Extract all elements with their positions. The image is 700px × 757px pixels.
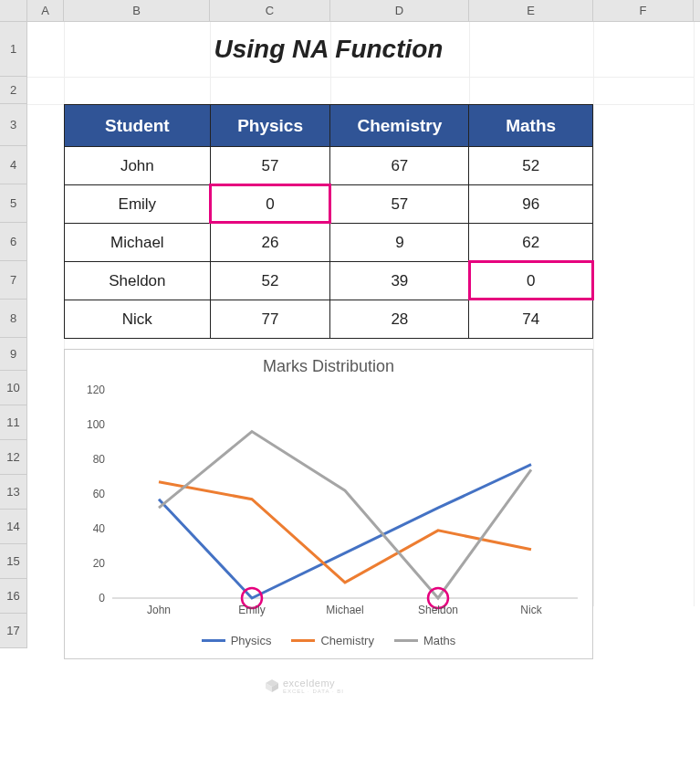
xtick: Emily [238,604,265,616]
legend-line-icon [202,639,225,642]
ytick: 0 [99,592,105,605]
chart-svg [112,390,578,598]
legend-label: Maths [423,634,455,647]
spreadsheet-area: A B C D E F 1 2 3 4 5 6 7 8 9 10 11 12 1… [0,0,700,22]
cell-student[interactable]: Emily [65,185,211,224]
ytick: 40 [93,522,105,535]
th-chemistry[interactable]: Chemistry [330,105,469,147]
table-row[interactable]: Michael 26 9 62 [65,224,593,262]
legend-maths[interactable]: Maths [394,634,455,647]
cell-maths[interactable]: 52 [469,147,593,185]
row-header-14[interactable]: 14 [0,510,27,544]
cell-maths[interactable]: 74 [469,300,593,339]
row-header-1[interactable]: 1 [0,22,27,77]
th-student[interactable]: Student [65,105,211,147]
cell-chemistry[interactable]: 28 [330,300,469,339]
th-physics[interactable]: Physics [210,105,330,147]
table-row[interactable]: Nick 77 28 74 [65,300,593,339]
row-header-9[interactable]: 9 [0,338,27,371]
cell-physics[interactable]: 0 [210,185,330,224]
xtick: John [147,604,171,616]
legend-chemistry[interactable]: Chemistry [291,634,374,647]
ytick: 120 [87,384,105,396]
legend-label: Chemistry [320,634,374,647]
row-header-16[interactable]: 16 [0,579,27,614]
legend-physics[interactable]: Physics [202,634,272,647]
cell-physics[interactable]: 26 [210,224,330,262]
col-header-B[interactable]: B [64,0,210,21]
row-header-6[interactable]: 6 [0,223,27,261]
cell-maths[interactable]: 96 [469,185,593,224]
xtick: Sheldon [418,604,458,616]
row-header-11[interactable]: 11 [0,405,27,440]
row-header-4[interactable]: 4 [0,146,27,184]
row-header-5[interactable]: 5 [0,184,27,223]
cube-icon [265,678,279,693]
series-maths[interactable] [159,432,531,598]
row-header-2[interactable]: 2 [0,77,27,104]
row-header-17[interactable]: 17 [0,614,27,648]
cell-student[interactable]: Sheldon [65,262,211,300]
col-header-F[interactable]: F [593,0,694,21]
plot-area: 0 20 40 60 80 100 120 [112,390,578,598]
ytick: 60 [93,488,105,500]
cell-maths[interactable]: 0 [469,262,593,300]
watermark: exceldemy EXCEL · DATA · BI [265,678,344,694]
row-header-10[interactable]: 10 [0,371,27,405]
cell-chemistry[interactable]: 67 [330,147,469,185]
select-all-corner[interactable] [0,0,27,21]
marks-table[interactable]: Student Physics Chemistry Maths John 57 … [64,104,593,339]
cell-student[interactable]: John [65,147,211,185]
table-row[interactable]: Sheldon 52 39 0 [65,262,593,300]
th-maths[interactable]: Maths [469,105,593,147]
cell-physics[interactable]: 77 [210,300,330,339]
col-header-D[interactable]: D [330,0,469,21]
cell-student[interactable]: Nick [65,300,211,339]
series-chemistry[interactable] [159,482,531,583]
column-headers: A B C D E F [0,0,700,22]
cell-chemistry[interactable]: 57 [330,185,469,224]
legend-line-icon [291,639,315,642]
row-headers: 1 2 3 4 5 6 7 8 9 10 11 12 13 14 15 16 1… [0,22,27,648]
table-row[interactable]: Emily 0 57 96 [65,185,593,224]
cell-chemistry[interactable]: 39 [330,262,469,300]
cell-physics[interactable]: 57 [210,147,330,185]
ytick: 20 [93,557,105,570]
legend-line-icon [394,639,418,642]
row-header-13[interactable]: 13 [0,475,27,510]
legend-label: Physics [231,634,272,647]
row-header-7[interactable]: 7 [0,261,27,300]
ytick: 100 [87,418,105,431]
cell-physics[interactable]: 52 [210,262,330,300]
ytick: 80 [93,453,105,466]
row-header-12[interactable]: 12 [0,440,27,475]
col-header-C[interactable]: C [210,0,330,21]
row-header-8[interactable]: 8 [0,300,27,338]
row-header-3[interactable]: 3 [0,104,27,146]
cell-maths[interactable]: 62 [469,224,593,262]
marks-chart[interactable]: Marks Distribution 0 20 40 60 80 100 120 [64,349,593,659]
col-header-E[interactable]: E [469,0,593,21]
page-title: Using NA Function [64,22,593,77]
cell-student[interactable]: Michael [65,224,211,262]
col-header-A[interactable]: A [27,0,64,21]
watermark-brand: exceldemy [283,678,335,689]
table-row[interactable]: John 57 67 52 [65,147,593,185]
row-header-15[interactable]: 15 [0,544,27,579]
chart-legend: Physics Chemistry Maths [65,630,592,653]
watermark-tagline: EXCEL · DATA · BI [283,689,344,694]
chart-title: Marks Distribution [65,350,592,380]
xtick: Michael [326,604,363,616]
xtick: Nick [520,604,541,616]
cell-chemistry[interactable]: 9 [330,224,469,262]
series-physics[interactable] [159,465,531,598]
